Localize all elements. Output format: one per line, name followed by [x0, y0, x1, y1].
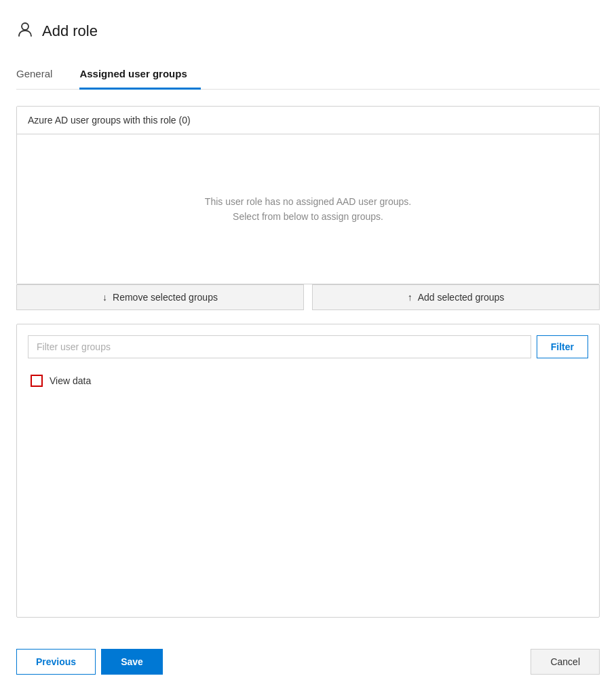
- remove-label: Remove selected groups: [113, 292, 218, 303]
- panel-body: This user role has no assigned AAD user …: [17, 134, 599, 284]
- add-selected-groups-button[interactable]: ↑ Add selected groups: [312, 284, 600, 310]
- assigned-groups-panel: Azure AD user groups with this role (0) …: [16, 106, 600, 284]
- empty-line1: This user role has no assigned AAD user …: [205, 194, 411, 209]
- footer: Previous Save Cancel: [16, 638, 600, 675]
- filter-section: Filter View data: [16, 324, 600, 618]
- cancel-button[interactable]: Cancel: [531, 649, 600, 675]
- svg-point-0: [22, 23, 28, 30]
- page-header: Add role: [16, 20, 600, 42]
- view-data-label[interactable]: View data: [50, 375, 91, 386]
- previous-button[interactable]: Previous: [16, 649, 96, 675]
- panel-header: Azure AD user groups with this role (0): [17, 107, 599, 134]
- view-data-checkbox[interactable]: [31, 375, 43, 387]
- arrow-up-icon: ↑: [408, 292, 412, 303]
- remove-selected-groups-button[interactable]: ↓ Remove selected groups: [16, 284, 304, 310]
- save-button[interactable]: Save: [101, 649, 163, 675]
- arrow-down-icon: ↓: [102, 292, 107, 303]
- tab-general[interactable]: General: [16, 61, 66, 90]
- group-list: View data: [28, 369, 588, 392]
- page-title: Add role: [42, 22, 98, 40]
- footer-left-buttons: Previous Save: [16, 649, 163, 675]
- list-item: View data: [28, 369, 588, 392]
- action-buttons: ↓ Remove selected groups ↑ Add selected …: [16, 284, 600, 310]
- tab-assigned-user-groups[interactable]: Assigned user groups: [79, 61, 200, 90]
- filter-row: Filter: [28, 335, 588, 358]
- tabs-container: General Assigned user groups: [16, 61, 600, 90]
- main-content: Azure AD user groups with this role (0) …: [16, 106, 600, 618]
- empty-message: This user role has no assigned AAD user …: [205, 194, 411, 225]
- empty-line2: Select from below to assign groups.: [205, 209, 411, 224]
- filter-user-groups-input[interactable]: [28, 335, 531, 358]
- person-icon: [16, 20, 34, 42]
- add-label: Add selected groups: [418, 292, 505, 303]
- filter-button[interactable]: Filter: [537, 335, 588, 358]
